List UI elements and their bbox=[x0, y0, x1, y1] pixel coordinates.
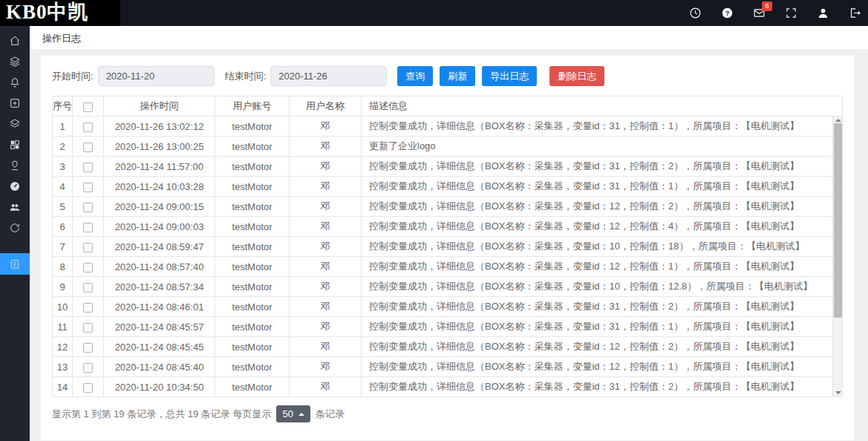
row-time: 2020-11-24 08:59:47 bbox=[104, 237, 215, 257]
topbar-icon-group: ? 6 bbox=[688, 0, 862, 26]
table-row: 8 2020-11-24 08:57:40 testMotor 邓 控制变量成功… bbox=[53, 257, 843, 277]
sidebar-item-home[interactable] bbox=[0, 30, 30, 51]
row-time: 2020-11-26 13:02:12 bbox=[104, 117, 215, 137]
gauge-icon bbox=[9, 180, 21, 192]
fullscreen-icon[interactable] bbox=[783, 6, 798, 21]
row-index: 8 bbox=[53, 257, 73, 277]
sync-icon bbox=[9, 222, 21, 234]
sidebar-item-layers[interactable] bbox=[0, 51, 30, 72]
row-time: 2020-11-24 08:45:57 bbox=[104, 317, 215, 337]
help-icon[interactable]: ? bbox=[719, 6, 734, 21]
row-account: testMotor bbox=[215, 157, 290, 177]
sidebar-item-box-add[interactable] bbox=[0, 93, 30, 114]
row-index: 12 bbox=[53, 337, 73, 357]
col-index: 序号 bbox=[53, 97, 73, 117]
sidebar-item-grid[interactable] bbox=[0, 134, 30, 155]
scrollbar-thumb[interactable] bbox=[834, 123, 842, 318]
table-row: 5 2020-11-24 09:00:15 testMotor 邓 控制变量成功… bbox=[53, 197, 843, 217]
row-account: testMotor bbox=[215, 317, 290, 337]
table-row: 4 2020-11-24 10:03:28 testMotor 邓 控制变量成功… bbox=[53, 177, 843, 197]
refresh-button[interactable]: 刷新 bbox=[440, 66, 475, 86]
row-index: 7 bbox=[53, 237, 73, 257]
scroll-down-arrow[interactable] bbox=[835, 391, 841, 394]
operation-log-icon bbox=[9, 258, 21, 270]
sidebar-item-bell[interactable] bbox=[0, 72, 30, 93]
users-icon bbox=[9, 201, 21, 213]
row-account: testMotor bbox=[215, 177, 290, 197]
sidebar-item-operation-log[interactable] bbox=[0, 253, 30, 275]
grid-icon bbox=[9, 139, 21, 151]
svg-text:?: ? bbox=[725, 10, 729, 17]
row-checkbox[interactable] bbox=[83, 243, 93, 252]
sidebar-item-sync[interactable] bbox=[0, 218, 30, 238]
row-checkbox[interactable] bbox=[83, 343, 93, 353]
sidebar-item-gauge[interactable] bbox=[0, 176, 30, 197]
mail-badge: 6 bbox=[762, 1, 772, 11]
delete-log-button[interactable]: 删除日志 bbox=[549, 66, 604, 86]
row-name: 邓 bbox=[290, 117, 362, 137]
caret-up-icon bbox=[298, 413, 304, 416]
row-checkbox[interactable] bbox=[83, 283, 93, 293]
row-account: testMotor bbox=[215, 377, 290, 397]
row-checkbox[interactable] bbox=[83, 143, 93, 152]
select-all-checkbox[interactable] bbox=[83, 102, 93, 112]
row-checkbox[interactable] bbox=[83, 223, 93, 232]
start-time-label: 开始时间: bbox=[52, 70, 94, 83]
main-area: 操作日志 开始时间: 结束时间: 查询 刷新 导出日志 删除日志 bbox=[30, 26, 868, 441]
row-time: 2020-11-26 13:00:25 bbox=[104, 137, 215, 157]
table-row: 10 2020-11-24 08:46:01 testMotor 邓 控制变量成… bbox=[53, 297, 843, 317]
pagination-suffix: 条记录 bbox=[316, 408, 345, 421]
row-checkbox[interactable] bbox=[83, 183, 93, 192]
row-index: 9 bbox=[53, 277, 73, 297]
row-checkbox[interactable] bbox=[83, 363, 93, 373]
row-name: 邓 bbox=[290, 197, 362, 217]
table-row: 6 2020-11-24 09:00:03 testMotor 邓 控制变量成功… bbox=[53, 217, 843, 237]
row-time: 2020-11-24 09:00:15 bbox=[104, 197, 215, 217]
row-account: testMotor bbox=[215, 297, 290, 317]
end-time-input[interactable] bbox=[270, 66, 387, 86]
col-account: 用户账号 bbox=[215, 97, 290, 117]
row-checkbox[interactable] bbox=[83, 163, 93, 172]
row-time: 2020-11-24 08:46:01 bbox=[104, 297, 215, 317]
row-name: 邓 bbox=[290, 357, 362, 377]
row-desc: 控制变量成功，详细信息（BOX名称：采集器，变量id：31，控制值：1），所属项… bbox=[362, 117, 843, 137]
row-checkbox[interactable] bbox=[83, 303, 93, 313]
row-account: testMotor bbox=[215, 337, 290, 357]
query-button[interactable]: 查询 bbox=[397, 66, 433, 86]
page-size-dropdown[interactable]: 50 bbox=[276, 405, 310, 422]
table-row: 14 2020-11-20 10:34:50 testMotor 邓 控制变量成… bbox=[53, 377, 843, 397]
sidebar-item-location-pin[interactable] bbox=[0, 155, 30, 176]
scroll-up-arrow[interactable] bbox=[835, 119, 841, 122]
sidebar-item-users[interactable] bbox=[0, 197, 30, 218]
row-index: 1 bbox=[53, 117, 73, 137]
start-time-input[interactable] bbox=[98, 66, 215, 86]
table-row: 3 2020-11-24 11:57:00 testMotor 邓 控制变量成功… bbox=[53, 157, 843, 177]
row-checkbox[interactable] bbox=[83, 122, 93, 132]
top-bar: KB0中凯 ? 6 bbox=[0, 0, 868, 26]
clock-icon[interactable] bbox=[688, 6, 702, 21]
row-index: 3 bbox=[53, 157, 73, 177]
sidebar-item-stack[interactable] bbox=[0, 114, 30, 134]
row-desc: 控制变量成功，详细信息（BOX名称：采集器，变量id：12，控制值：4），所属项… bbox=[362, 217, 843, 237]
row-checkbox[interactable] bbox=[83, 263, 93, 272]
user-icon[interactable] bbox=[815, 6, 830, 21]
home-icon bbox=[9, 35, 21, 47]
page-size-value: 50 bbox=[282, 408, 293, 419]
row-desc: 控制变量成功，详细信息（BOX名称：采集器，变量id：12，控制值：2），所属项… bbox=[362, 337, 843, 357]
row-desc: 控制变量成功，详细信息（BOX名称：采集器，变量id：31，控制值：2），所属项… bbox=[362, 157, 843, 177]
mail-icon[interactable]: 6 bbox=[751, 6, 766, 21]
logout-icon[interactable] bbox=[847, 6, 862, 21]
row-desc: 更新了企业logo bbox=[362, 137, 843, 157]
row-checkbox[interactable] bbox=[83, 323, 93, 333]
row-time: 2020-11-24 11:57:00 bbox=[104, 157, 215, 177]
row-name: 邓 bbox=[290, 237, 362, 257]
log-table-wrap: 序号 操作时间 用户账号 用户名称 描述信息 1 2020-11-26 13:0… bbox=[52, 96, 843, 397]
table-scrollbar[interactable] bbox=[832, 117, 842, 396]
sidebar-nav bbox=[0, 26, 30, 441]
row-name: 邓 bbox=[290, 377, 362, 397]
export-log-button[interactable]: 导出日志 bbox=[482, 66, 537, 86]
row-time: 2020-11-24 10:03:28 bbox=[104, 177, 215, 197]
row-checkbox[interactable] bbox=[83, 203, 93, 212]
row-checkbox[interactable] bbox=[83, 383, 93, 393]
row-time: 2020-11-24 08:57:40 bbox=[104, 257, 215, 277]
